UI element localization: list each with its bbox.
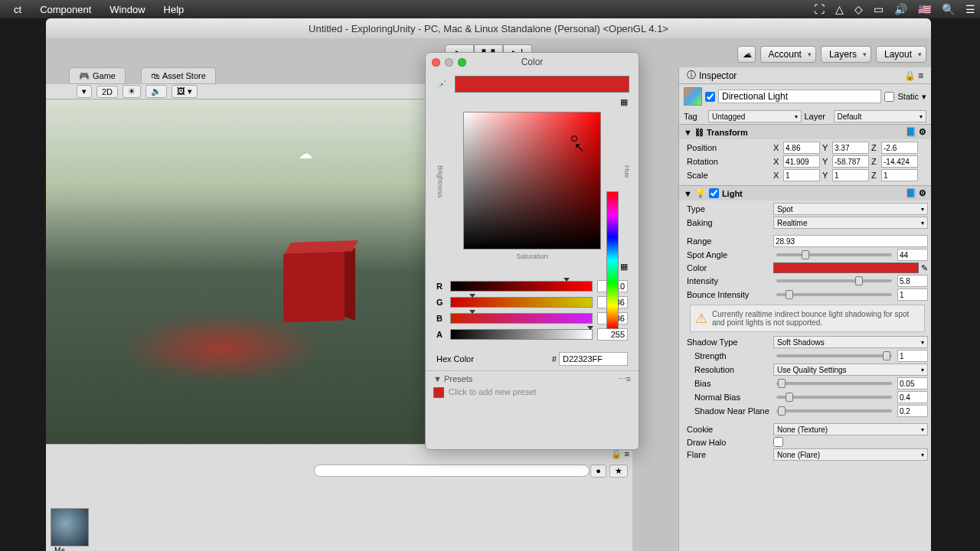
type-dropdown[interactable]: Spot	[773, 203, 928, 215]
drive-icon[interactable]: △	[835, 3, 844, 15]
strength-slider[interactable]	[776, 354, 892, 357]
presets-header[interactable]: ▼ Presets⋯≡	[433, 374, 631, 384]
a-slider[interactable]	[450, 329, 593, 340]
hash-label: #	[552, 354, 557, 364]
help-icon[interactable]: 📘 ⚙	[906, 127, 926, 137]
r-slider[interactable]	[450, 281, 593, 292]
a-field[interactable]	[597, 328, 628, 341]
intensity-field[interactable]	[897, 275, 928, 287]
static-checkbox[interactable]	[884, 92, 894, 102]
menu-ct[interactable]: ct	[5, 4, 31, 15]
btn-2d[interactable]: 2D	[96, 86, 118, 98]
lighting-icon[interactable]: ☀	[122, 85, 141, 98]
menu-icon[interactable]: ≡	[625, 449, 629, 459]
g-slider[interactable]	[450, 297, 593, 308]
nearplane-slider[interactable]	[776, 409, 892, 412]
hex-field[interactable]	[559, 352, 628, 366]
transform-header[interactable]: ▼ ⛓ Transform📘 ⚙	[679, 125, 931, 139]
light-header[interactable]: ▼ 💡 Light📘 ⚙	[679, 186, 931, 201]
account-dropdown[interactable]: Account	[760, 46, 816, 63]
color-picker-titlebar[interactable]: Color	[426, 53, 639, 71]
fx-icon[interactable]: 🖼 ▾	[172, 85, 198, 98]
project-search[interactable]	[314, 465, 590, 477]
menu-help[interactable]: Help	[155, 4, 194, 15]
scale-y[interactable]	[832, 169, 869, 181]
active-checkbox[interactable]	[705, 92, 715, 102]
layer-dropdown[interactable]: Default	[834, 110, 927, 122]
flare-field[interactable]: None (Flare)	[773, 448, 928, 461]
hue-slider[interactable]	[606, 191, 619, 329]
nearplane-field[interactable]	[897, 405, 928, 417]
static-dropdown-icon[interactable]: ▾	[922, 92, 926, 102]
star-icon[interactable]: ★	[609, 465, 628, 478]
preset-swatch[interactable]	[433, 387, 444, 398]
tab-asset-store[interactable]: 🛍Asset Store	[141, 67, 216, 84]
spotlight-icon[interactable]: 🔍	[942, 3, 955, 15]
wifi-icon[interactable]: ◇	[854, 3, 863, 15]
screenshot-icon[interactable]: ⛶	[814, 3, 825, 15]
object-name-field[interactable]	[718, 90, 881, 103]
menu-list-icon[interactable]: ☰	[965, 3, 975, 15]
bias-field[interactable]	[897, 377, 928, 390]
b-slider[interactable]	[450, 313, 593, 324]
resolution-dropdown[interactable]: Use Quality Settings	[773, 364, 928, 376]
bias-slider[interactable]	[776, 382, 892, 385]
menu-component[interactable]: Component	[31, 4, 100, 15]
cookie-field[interactable]: None (Texture)	[773, 423, 928, 435]
layout-dropdown[interactable]: Layout	[876, 46, 926, 63]
minimize-icon[interactable]	[445, 58, 453, 67]
scale-z[interactable]	[881, 169, 918, 181]
normalbias-field[interactable]	[897, 391, 928, 403]
shadowtype-dropdown[interactable]: Soft Shadows	[773, 336, 928, 348]
flag-icon[interactable]: 🇺🇸	[918, 3, 931, 15]
filter-icon[interactable]: ●	[590, 465, 606, 478]
zoom-icon[interactable]	[458, 58, 466, 67]
baking-dropdown[interactable]: Realtime	[773, 217, 928, 229]
help-icon[interactable]: 📘 ⚙	[906, 188, 926, 198]
add-preset[interactable]: Click to add new preset	[449, 387, 536, 396]
tag-dropdown[interactable]: Untagged	[708, 110, 802, 122]
scale-x[interactable]	[783, 169, 820, 181]
palette-icon[interactable]: ▦	[620, 97, 628, 106]
close-icon[interactable]	[432, 58, 440, 67]
rot-y[interactable]	[832, 155, 869, 168]
scene-cube[interactable]	[283, 252, 345, 323]
palette-icon[interactable]: ▦	[620, 262, 628, 271]
saturation-value-box[interactable]	[463, 112, 601, 249]
sv-ring[interactable]	[571, 135, 577, 142]
spotangle-slider[interactable]	[776, 253, 892, 256]
strength-field[interactable]	[897, 350, 928, 362]
rot-z[interactable]	[881, 155, 918, 168]
lock-icon[interactable]: 🔒 ≡	[904, 70, 923, 81]
menu-window[interactable]: Window	[100, 4, 154, 15]
eyedropper-icon[interactable]: ✎	[921, 263, 928, 273]
pos-z[interactable]	[881, 142, 918, 154]
scene-dropdown[interactable]: ▾	[77, 85, 92, 98]
color-field[interactable]	[773, 262, 919, 273]
pos-x[interactable]	[783, 142, 820, 154]
layers-dropdown[interactable]: Layers	[821, 46, 871, 63]
presets-menu-icon[interactable]: ⋯≡	[618, 374, 631, 384]
bounce-slider[interactable]	[776, 293, 892, 296]
tab-inspector[interactable]: ⓘInspector🔒 ≡	[679, 67, 931, 84]
bounce-field[interactable]	[897, 289, 928, 301]
tab-game[interactable]: 🎮Game	[69, 67, 126, 84]
volume-icon[interactable]: 🔊	[894, 3, 907, 15]
pos-y[interactable]	[832, 142, 869, 154]
rot-x[interactable]	[783, 155, 820, 168]
eyedropper-icon[interactable]: 💉	[435, 77, 449, 91]
gameobject-icon[interactable]	[684, 87, 702, 106]
audio-icon[interactable]: 🔉	[145, 85, 167, 98]
b-label: B	[436, 314, 446, 323]
a-label: A	[436, 330, 446, 339]
drawhalo-checkbox[interactable]	[773, 437, 783, 447]
spotangle-field[interactable]	[897, 249, 928, 261]
battery-icon[interactable]: ▭	[874, 3, 884, 15]
lock-icon[interactable]: 🔒	[611, 449, 622, 459]
intensity-slider[interactable]	[776, 279, 892, 282]
normalbias-slider[interactable]	[776, 396, 892, 399]
cloud-button[interactable]: ☁	[737, 46, 756, 63]
asset-thumbnail[interactable]: Ma...	[51, 508, 89, 546]
range-field[interactable]	[773, 235, 928, 247]
light-enabled[interactable]	[709, 188, 719, 198]
